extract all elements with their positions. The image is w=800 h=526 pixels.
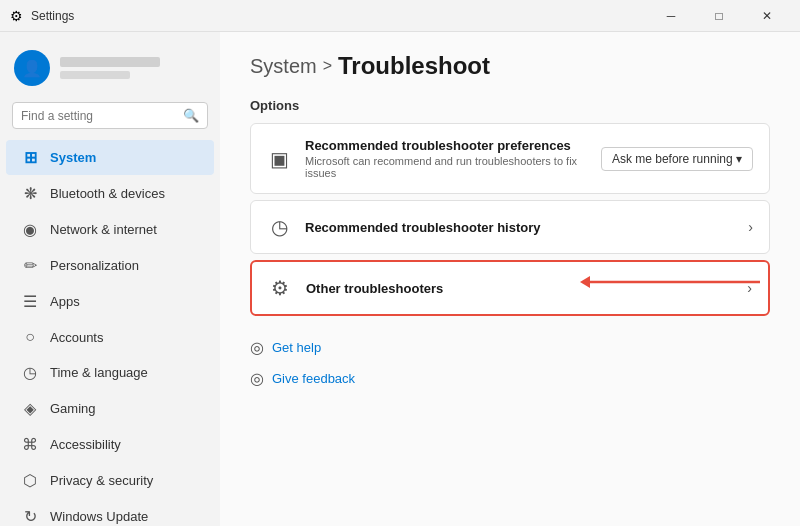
links-section: ◎Get help◎Give feedback bbox=[250, 336, 770, 390]
window-controls: ─ □ ✕ bbox=[648, 0, 790, 32]
sidebar-item-label-personalization: Personalization bbox=[50, 258, 139, 273]
give-feedback-label: Give feedback bbox=[272, 371, 355, 386]
personalization-icon: ✏ bbox=[20, 256, 40, 275]
other-troubleshooters-right: › bbox=[747, 280, 752, 296]
sidebar-item-label-accessibility: Accessibility bbox=[50, 437, 121, 452]
sidebar-item-label-bluetooth: Bluetooth & devices bbox=[50, 186, 165, 201]
sidebar-item-update[interactable]: ↻Windows Update bbox=[6, 499, 214, 526]
sidebar-item-network[interactable]: ◉Network & internet bbox=[6, 212, 214, 247]
accounts-icon: ○ bbox=[20, 328, 40, 346]
profile-name bbox=[60, 57, 160, 67]
sidebar-item-accounts[interactable]: ○Accounts bbox=[6, 320, 214, 354]
content-area: System > Troubleshoot Options ▣Recommend… bbox=[220, 32, 800, 526]
sidebar-item-apps[interactable]: ☰Apps bbox=[6, 284, 214, 319]
get-help-icon: ◎ bbox=[250, 338, 264, 357]
breadcrumb: System > Troubleshoot bbox=[250, 52, 770, 80]
recommended-prefs-dropdown[interactable]: Ask me before running ▾ bbox=[601, 147, 753, 171]
section-title: Options bbox=[250, 98, 770, 113]
breadcrumb-current: Troubleshoot bbox=[338, 52, 490, 80]
close-button[interactable]: ✕ bbox=[744, 0, 790, 32]
search-box[interactable]: 🔍 bbox=[12, 102, 208, 129]
privacy-icon: ⬡ bbox=[20, 471, 40, 490]
sidebar-item-label-system: System bbox=[50, 150, 96, 165]
sidebar-item-label-privacy: Privacy & security bbox=[50, 473, 153, 488]
link-give-feedback[interactable]: ◎Give feedback bbox=[250, 367, 770, 390]
minimize-button[interactable]: ─ bbox=[648, 0, 694, 32]
sidebar-item-time[interactable]: ◷Time & language bbox=[6, 355, 214, 390]
time-icon: ◷ bbox=[20, 363, 40, 382]
search-icon: 🔍 bbox=[183, 108, 199, 123]
other-troubleshooters-title: Other troubleshooters bbox=[306, 281, 733, 296]
network-icon: ◉ bbox=[20, 220, 40, 239]
nav-list: ⊞System❋Bluetooth & devices◉Network & in… bbox=[0, 139, 220, 526]
sidebar: 👤 🔍 ⊞System❋Bluetooth & devices◉Network … bbox=[0, 32, 220, 526]
sidebar-item-label-gaming: Gaming bbox=[50, 401, 96, 416]
sidebar-item-personalization[interactable]: ✏Personalization bbox=[6, 248, 214, 283]
recommended-history-chevron: › bbox=[748, 219, 753, 235]
recommended-prefs-desc: Microsoft can recommend and run troubles… bbox=[305, 155, 587, 179]
sidebar-item-privacy[interactable]: ⬡Privacy & security bbox=[6, 463, 214, 498]
recommended-history-right: › bbox=[748, 219, 753, 235]
sidebar-item-gaming[interactable]: ◈Gaming bbox=[6, 391, 214, 426]
sidebar-item-label-update: Windows Update bbox=[50, 509, 148, 524]
recommended-history-title: Recommended troubleshooter history bbox=[305, 220, 734, 235]
avatar: 👤 bbox=[14, 50, 50, 86]
breadcrumb-parent[interactable]: System bbox=[250, 55, 317, 78]
sidebar-item-bluetooth[interactable]: ❋Bluetooth & devices bbox=[6, 176, 214, 211]
recommended-history-icon: ◷ bbox=[267, 215, 291, 239]
recommended-history-text: Recommended troubleshooter history bbox=[305, 220, 734, 235]
update-icon: ↻ bbox=[20, 507, 40, 526]
option-card-other-troubleshooters[interactable]: ⚙Other troubleshooters› bbox=[250, 260, 770, 316]
give-feedback-icon: ◎ bbox=[250, 369, 264, 388]
maximize-button[interactable]: □ bbox=[696, 0, 742, 32]
gaming-icon: ◈ bbox=[20, 399, 40, 418]
options-list: ▣Recommended troubleshooter preferencesM… bbox=[250, 123, 770, 316]
sidebar-item-accessibility[interactable]: ⌘Accessibility bbox=[6, 427, 214, 462]
sidebar-item-label-accounts: Accounts bbox=[50, 330, 103, 345]
option-card-recommended-history[interactable]: ◷Recommended troubleshooter history› bbox=[250, 200, 770, 254]
apps-icon: ☰ bbox=[20, 292, 40, 311]
sidebar-item-label-time: Time & language bbox=[50, 365, 148, 380]
titlebar: ⚙ Settings ─ □ ✕ bbox=[0, 0, 800, 32]
breadcrumb-separator: > bbox=[323, 57, 332, 75]
bluetooth-icon: ❋ bbox=[20, 184, 40, 203]
recommended-prefs-title: Recommended troubleshooter preferences bbox=[305, 138, 587, 153]
recommended-prefs-text: Recommended troubleshooter preferencesMi… bbox=[305, 138, 587, 179]
accessibility-icon: ⌘ bbox=[20, 435, 40, 454]
titlebar-title: Settings bbox=[31, 9, 640, 23]
other-troubleshooters-chevron: › bbox=[747, 280, 752, 296]
get-help-label: Get help bbox=[272, 340, 321, 355]
system-icon: ⊞ bbox=[20, 148, 40, 167]
option-card-recommended-prefs[interactable]: ▣Recommended troubleshooter preferencesM… bbox=[250, 123, 770, 194]
app-body: 👤 🔍 ⊞System❋Bluetooth & devices◉Network … bbox=[0, 32, 800, 526]
profile-subtitle bbox=[60, 71, 130, 79]
other-troubleshooters-text: Other troubleshooters bbox=[306, 281, 733, 296]
settings-icon: ⚙ bbox=[10, 8, 23, 24]
sidebar-item-label-network: Network & internet bbox=[50, 222, 157, 237]
other-troubleshooters-icon: ⚙ bbox=[268, 276, 292, 300]
recommended-prefs-icon: ▣ bbox=[267, 147, 291, 171]
search-input[interactable] bbox=[21, 109, 177, 123]
sidebar-item-label-apps: Apps bbox=[50, 294, 80, 309]
profile-info bbox=[60, 57, 160, 79]
profile-section: 👤 bbox=[0, 42, 220, 102]
link-get-help[interactable]: ◎Get help bbox=[250, 336, 770, 359]
sidebar-item-system[interactable]: ⊞System bbox=[6, 140, 214, 175]
recommended-prefs-right: Ask me before running ▾ bbox=[601, 147, 753, 171]
